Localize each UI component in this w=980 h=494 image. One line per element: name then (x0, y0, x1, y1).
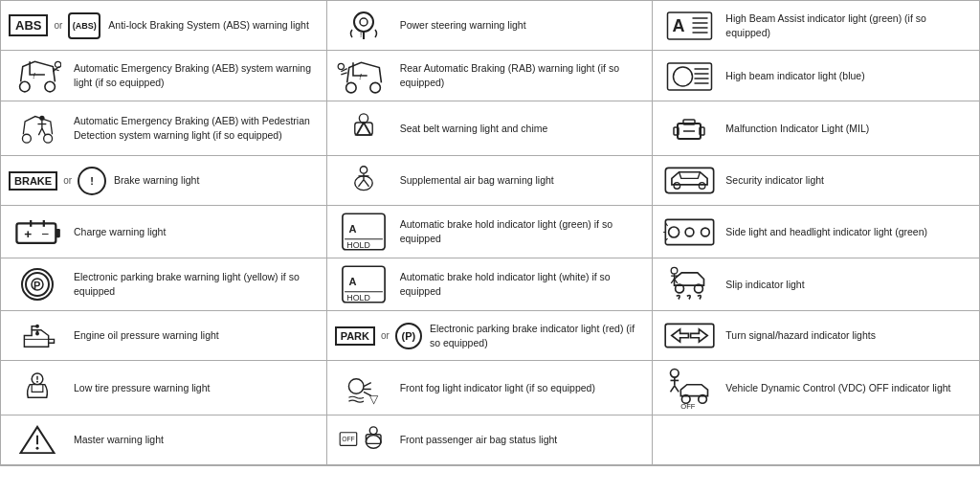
high-beam-assist-text: High Beam Assist indicator light (green)… (725, 11, 971, 39)
side-light-text: Side light and headlight indicator light… (725, 225, 971, 239)
svg-point-16 (338, 63, 344, 69)
svg-text:!: ! (33, 70, 35, 80)
svg-line-30 (42, 128, 46, 135)
svg-line-98 (675, 386, 679, 393)
seatbelt-icon (335, 112, 392, 146)
svg-text:P: P (33, 280, 40, 291)
svg-point-0 (354, 12, 373, 32)
park-circle-icon: (P) (395, 323, 422, 349)
cell-side-light: Side light and headlight indicator light… (653, 206, 979, 258)
cell-aeb-warning: ! Automatic Emergency Braking (AEB) syst… (1, 51, 327, 101)
cell-engine-oil: Engine oil pressure warning light (1, 311, 327, 361)
park-text-icon: PARK (335, 326, 375, 346)
svg-point-19 (673, 67, 692, 86)
warning-lights-grid: ABS or (ABS) Anti-lock Braking System (A… (0, 0, 980, 466)
svg-text:!: ! (359, 71, 362, 81)
svg-point-1 (360, 18, 368, 26)
abs-icon: ABS or (ABS) (9, 12, 100, 39)
cell-vdc-off: OFF Vehicle Dynamic Control (VDC) OFF in… (653, 361, 979, 415)
svg-marker-84 (672, 329, 689, 342)
svg-point-15 (370, 82, 381, 93)
svg-point-14 (346, 82, 357, 93)
svg-rect-50 (16, 223, 56, 242)
svg-point-107 (369, 427, 377, 435)
svg-point-89 (348, 378, 364, 393)
svg-line-34 (364, 123, 370, 135)
cell-turn-signal: Turn signal/hazard indicator lights (653, 311, 979, 361)
svg-line-97 (671, 386, 675, 393)
tire-pressure-text: Low tire pressure warning light (74, 381, 319, 395)
svg-rect-18 (667, 63, 711, 90)
svg-marker-85 (690, 329, 707, 342)
cell-auto-brake-hold-white: A HOLD Automatic brake hold indicator li… (327, 258, 654, 311)
svg-point-41 (360, 167, 367, 173)
svg-text:−: − (42, 227, 50, 241)
power-steering-text: Power steering warning light (400, 18, 645, 33)
svg-point-49 (699, 183, 705, 190)
abs-warning-text: Anti-lock Braking System (ABS) warning l… (108, 18, 318, 33)
svg-point-24 (22, 134, 31, 143)
aeb-pedestrian-icon (9, 107, 66, 149)
svg-point-25 (44, 134, 53, 143)
cell-high-beam-blue: High beam indicator light (blue) (653, 51, 979, 101)
cell-mil: Malfunction Indicator Light (MIL) (653, 101, 979, 156)
svg-line-29 (38, 128, 42, 135)
side-light-icon (660, 215, 718, 249)
turn-signal-text: Turn signal/hazard indicator lights (725, 328, 971, 343)
svg-text:A: A (348, 276, 356, 287)
high-beam-blue-icon (660, 59, 718, 93)
slip-text: Slip indicator light (725, 278, 971, 292)
cell-empty (653, 415, 979, 465)
brake-circle-icon: ! (78, 167, 106, 195)
airbag-icon (335, 164, 392, 197)
svg-rect-51 (56, 229, 60, 237)
svg-point-31 (359, 113, 368, 122)
svg-text:OFF: OFF (342, 436, 355, 442)
svg-point-94 (671, 370, 679, 378)
cell-security: Security indicator light (653, 156, 979, 206)
brake-text-icon: BRAKE (9, 171, 57, 191)
svg-rect-38 (674, 127, 679, 135)
svg-rect-60 (665, 219, 713, 244)
cell-epb-yellow: P Electronic parking brake warning light… (1, 258, 327, 311)
cell-power-steering: ! Power steering warning light (327, 1, 654, 51)
charge-text: Charge warning light (74, 225, 319, 239)
mil-text: Malfunction Indicator Light (MIL) (725, 122, 971, 136)
cell-high-beam-assist: A High Beam Assist indicator light (gree… (653, 1, 979, 51)
svg-text:HOLD: HOLD (346, 240, 370, 250)
mil-icon (660, 112, 718, 146)
seatbelt-text: Seat belt warning light and chime (400, 122, 645, 136)
cell-master-warning: Master warning light (1, 415, 327, 465)
cell-brake-warning: BRAKE or ! Brake warning light (1, 156, 327, 206)
svg-rect-37 (683, 120, 695, 124)
aeb-icon: ! (9, 56, 66, 95)
vdc-off-text: Vehicle Dynamic Control (VDC) OFF indica… (725, 381, 971, 395)
auto-brake-hold-white-icon: A HOLD (335, 264, 392, 304)
passenger-airbag-icon: OFF (335, 423, 392, 457)
svg-text:A: A (348, 223, 356, 235)
svg-text:A: A (672, 16, 684, 35)
svg-text:+: + (24, 227, 32, 241)
slip-icon (660, 264, 718, 304)
passenger-airbag-text: Front passenger air bag status light (400, 433, 645, 447)
svg-point-65 (685, 228, 694, 236)
cell-auto-brake-hold-green: A HOLD Automatic brake hold indicator li… (327, 206, 654, 258)
abs-circle-icon: (ABS) (68, 12, 100, 39)
engine-oil-text: Engine oil pressure warning light (74, 328, 319, 343)
cell-abs-warning: ABS or (ABS) Anti-lock Braking System (A… (1, 1, 327, 51)
svg-point-26 (39, 116, 44, 121)
cell-seatbelt: Seat belt warning light and chime (327, 101, 654, 156)
rab-icon: ! (335, 56, 392, 95)
svg-point-48 (674, 183, 680, 190)
svg-text:!: ! (360, 31, 362, 39)
epb-red-text: Electronic parking brake indicator light… (430, 322, 644, 349)
auto-brake-hold-green-text: Automatic brake hold indicator light (gr… (400, 217, 645, 245)
abs-text-icon: ABS (9, 14, 48, 36)
svg-point-11 (45, 81, 56, 92)
cell-rab-warning: ! Rear Automatic Braking (RAB) warning l… (327, 51, 654, 101)
cell-airbag: Supplemental air bag warning light (327, 156, 654, 206)
fog-light-text: Front fog light indicator light (if so e… (400, 381, 645, 395)
svg-line-45 (364, 180, 369, 187)
aeb-pedestrian-text: Automatic Emergency Braking (AEB) with P… (74, 114, 319, 142)
epb-circle-icon: P (21, 268, 54, 301)
